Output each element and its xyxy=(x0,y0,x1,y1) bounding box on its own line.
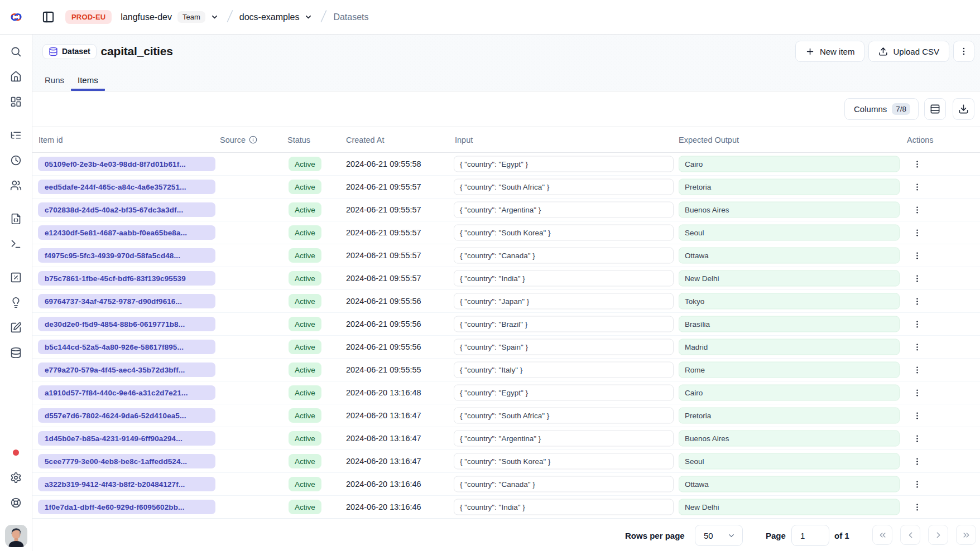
item-id-pill[interactable]: d557e7d6-7802-4624-9da6-52d410ea5... xyxy=(38,408,215,423)
tab-label: Items xyxy=(78,75,98,85)
breadcrumb-separator xyxy=(320,9,327,26)
sidebar-toggle-button[interactable] xyxy=(39,8,57,27)
status-dot[interactable] xyxy=(13,450,19,456)
org-switcher-chevron[interactable] xyxy=(210,13,219,21)
status-badge: Active xyxy=(289,500,321,514)
sidebar-item-square-percent[interactable] xyxy=(6,267,26,287)
expected-output-text: Ottawa xyxy=(685,252,709,260)
item-id-pill[interactable]: 5cee7779-3e00-4eb8-be8c-1affedd524... xyxy=(38,454,215,468)
sidebar-item-clock[interactable] xyxy=(6,150,26,170)
item-id-pill[interactable]: b5c144cd-52a5-4a80-926e-58617f895... xyxy=(38,340,215,354)
table-row: 1d45b0e7-b85a-4231-9149-6ff90a294...Acti… xyxy=(32,427,980,450)
export-button[interactable] xyxy=(953,98,974,120)
row-actions-button[interactable] xyxy=(909,316,925,332)
created-at-value: 2024-06-20 13:16:47 xyxy=(346,434,421,443)
next-page-button[interactable] xyxy=(928,525,948,545)
sidebar-item-users[interactable] xyxy=(6,175,26,195)
table-row: 1f0e7da1-dbff-4e60-929d-f6095602bb...Act… xyxy=(32,496,980,519)
row-actions-button[interactable] xyxy=(909,499,925,515)
download-icon xyxy=(958,104,969,114)
item-id-pill[interactable]: a322b319-9412-4f43-b8f2-b20484127f... xyxy=(38,477,215,491)
sidebar-item-gear[interactable] xyxy=(6,467,26,487)
item-id-pill[interactable]: b75c7861-1fbe-45cf-bdf6-83f139c95539 xyxy=(38,271,215,286)
item-id-pill[interactable]: f4975c95-5fc3-4939-970d-58fa5cd48... xyxy=(38,248,215,263)
item-id-pill[interactable]: 1f0e7da1-dbff-4e60-929d-f6095602bb... xyxy=(38,500,215,514)
item-id-pill[interactable]: 05109ef0-2e3b-4e03-98dd-8f7d01b61f... xyxy=(38,157,215,171)
item-id-pill[interactable]: 69764737-34af-4752-9787-d90df9616... xyxy=(38,294,215,308)
info-icon[interactable] xyxy=(249,136,257,144)
status-badge: Active xyxy=(289,362,321,377)
sidebar-item-file-json[interactable] xyxy=(6,209,26,229)
sidebar-item-lightbulb[interactable] xyxy=(6,292,26,312)
dataset-menu-button[interactable] xyxy=(953,41,974,62)
row-actions-button[interactable] xyxy=(909,384,925,401)
item-id-pill[interactable]: e12430df-5e81-4687-aabb-f0ea65be8a... xyxy=(38,225,215,240)
row-height-button[interactable] xyxy=(924,98,946,120)
status-badge: Active xyxy=(289,385,321,400)
status-text: Active xyxy=(295,297,315,306)
row-actions-button[interactable] xyxy=(909,247,925,264)
row-actions-button[interactable] xyxy=(909,201,925,218)
sidebar-item-search[interactable] xyxy=(6,41,26,61)
sidebar-item-database[interactable] xyxy=(6,342,26,362)
row-actions-button[interactable] xyxy=(909,407,925,424)
created-at-value: 2024-06-21 09:55:57 xyxy=(346,182,421,191)
row-actions-button[interactable] xyxy=(909,430,925,447)
breadcrumb-section[interactable]: Datasets xyxy=(333,12,368,22)
row-actions-button[interactable] xyxy=(909,361,925,378)
tab-runs[interactable]: Runs xyxy=(38,69,71,91)
item-id-pill[interactable]: a1910d57-7f84-440c-9e46-a31c2d7e21... xyxy=(38,385,215,400)
last-page-button[interactable] xyxy=(956,525,976,545)
item-id-pill[interactable]: 1d45b0e7-b85a-4231-9149-6ff90a294... xyxy=(38,431,215,446)
panel-left-icon xyxy=(42,11,55,23)
kebab-menu-icon xyxy=(912,274,922,283)
row-actions-button[interactable] xyxy=(909,224,925,241)
page-number-input[interactable] xyxy=(791,525,829,546)
item-id-text: eed5dafe-244f-465c-a84c-4a6e357251... xyxy=(45,183,186,191)
user-avatar[interactable] xyxy=(5,525,27,547)
rows-per-page-value: 50 xyxy=(704,531,713,540)
input-cell: { "country": "India" } xyxy=(454,499,674,515)
sidebar-item-home[interactable] xyxy=(6,66,26,86)
row-actions-button[interactable] xyxy=(909,339,925,355)
row-actions-button[interactable] xyxy=(909,156,925,172)
rows-per-page-select[interactable]: 50 xyxy=(695,525,743,546)
breadcrumb-org[interactable]: langfuse-dev xyxy=(121,12,172,22)
columns-button[interactable]: Columns 7/8 xyxy=(844,98,919,120)
created-at-value: 2024-06-20 13:16:46 xyxy=(346,480,421,489)
new-item-button[interactable]: New item xyxy=(795,41,865,62)
item-id-text: b75c7861-1fbe-45cf-bdf6-83f139c95539 xyxy=(45,274,186,283)
row-actions-button[interactable] xyxy=(909,178,925,195)
sidebar-item-square-pen[interactable] xyxy=(6,317,26,337)
sidebar-item-dashboard[interactable] xyxy=(6,91,26,112)
item-id-pill[interactable]: de30d2e0-f5d9-4854-88b6-0619771b8... xyxy=(38,317,215,331)
item-id-pill[interactable]: e779a270-579a-4f45-aec4-35b72d3bff... xyxy=(38,362,215,377)
table-row: c702838d-24d5-40a2-bf35-67dc3a3df...Acti… xyxy=(32,199,980,221)
item-id-pill[interactable]: c702838d-24d5-40a2-bf35-67dc3a3df... xyxy=(38,202,215,217)
status-badge: Active xyxy=(289,340,321,354)
sidebar-item-tracing-tree[interactable] xyxy=(6,125,26,145)
sidebar-item-lifebuoy[interactable] xyxy=(6,492,26,513)
project-switcher-chevron[interactable] xyxy=(304,13,313,21)
row-actions-button[interactable] xyxy=(909,270,925,287)
previous-page-button[interactable] xyxy=(900,525,920,545)
expected-output-text: Madrid xyxy=(685,343,708,351)
input-text: { "country": "India" } xyxy=(460,274,525,283)
breadcrumb-project[interactable]: docs-examples xyxy=(239,12,300,22)
first-page-button[interactable] xyxy=(872,525,892,545)
input-text: { "country": "Argentina" } xyxy=(460,206,541,214)
kebab-menu-icon xyxy=(912,228,922,238)
environment-badge[interactable]: PROD-EU xyxy=(65,10,112,24)
item-id-pill[interactable]: eed5dafe-244f-465c-a84c-4a6e357251... xyxy=(38,180,215,194)
sidebar-item-terminal[interactable] xyxy=(6,234,26,254)
tab-items[interactable]: Items xyxy=(71,69,105,91)
status-badge: Active xyxy=(289,408,321,423)
main-content: Dataset capital_cities New item Upload C… xyxy=(32,35,980,551)
table-row: e12430df-5e81-4687-aabb-f0ea65be8a...Act… xyxy=(32,221,980,244)
upload-csv-button[interactable]: Upload CSV xyxy=(868,41,949,62)
upload-csv-button-label: Upload CSV xyxy=(893,47,939,56)
row-actions-button[interactable] xyxy=(909,453,925,470)
row-actions-button[interactable] xyxy=(909,476,925,492)
lightbulb-icon xyxy=(10,297,22,308)
row-actions-button[interactable] xyxy=(909,293,925,310)
